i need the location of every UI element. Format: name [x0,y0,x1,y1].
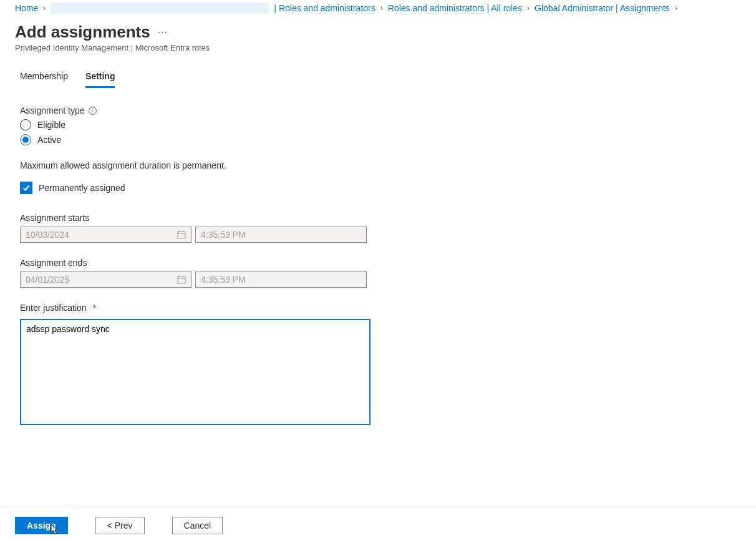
tab-setting[interactable]: Setting [85,67,115,88]
svg-rect-0 [178,232,185,238]
ends-label: Assignment ends [20,258,736,268]
duration-hint: Maximum allowed assignment duration is p… [20,160,736,170]
prev-button[interactable]: < Prev [95,517,145,534]
chevron-right-icon: › [380,4,383,12]
breadcrumb: Home › | Roles and administrators › Role… [0,0,756,17]
assign-button[interactable]: Assign [15,517,68,534]
ends-time-value: 4:35:59 PM [201,275,246,285]
ends-date-value: 04/01/2025 [26,275,69,285]
ends-time-input[interactable]: 4:35:59 PM [195,272,367,288]
info-icon[interactable]: i [89,107,97,115]
form: Assignment type i Eligible Active Maximu… [0,88,756,427]
ends-date-input[interactable]: 04/01/2025 [20,272,191,288]
starts-label: Assignment starts [20,213,736,223]
justification-label: Enter justification * [20,303,736,313]
ends-row: 04/01/2025 4:35:59 PM [20,272,736,288]
assignment-type-text: Assignment type [20,105,85,115]
tab-membership[interactable]: Membership [20,67,68,88]
justification-label-text: Enter justification [20,303,87,313]
radio-icon-checked [20,134,31,145]
tabs: Membership Setting [0,62,756,88]
chevron-right-icon: › [43,4,46,12]
cancel-button[interactable]: Cancel [172,517,223,534]
svg-rect-4 [178,276,185,283]
page-title: Add assignments [15,22,150,42]
more-actions-icon[interactable]: ··· [158,27,168,38]
breadcrumb-global-admin[interactable]: Global Administrator | Assignments [535,3,670,13]
breadcrumb-redacted [51,2,269,14]
permanent-label: Permanently assigned [39,183,125,193]
assignment-type-group: Eligible Active [20,119,736,145]
breadcrumb-home[interactable]: Home [15,3,38,13]
calendar-icon [177,230,186,239]
page-subtitle: Privileged Identity Management | Microso… [0,42,756,62]
calendar-icon [177,275,186,284]
starts-date-input[interactable]: 10/03/2024 [20,227,191,243]
footer-secondary: < Prev Cancel [95,517,223,534]
footer: Assign < Prev Cancel [0,507,756,543]
permanent-checkbox-row[interactable]: Permanently assigned [20,182,736,194]
breadcrumb-roles-admins[interactable]: | Roles and administrators [274,3,375,13]
breadcrumb-all-roles[interactable]: Roles and administrators | All roles [388,3,522,13]
starts-time-input[interactable]: 4:35:59 PM [195,227,367,243]
radio-active-label: Active [37,135,61,145]
radio-eligible-label: Eligible [37,120,65,130]
radio-active[interactable]: Active [20,134,736,145]
starts-time-value: 4:35:59 PM [201,230,246,240]
page-header: Add assignments ··· [0,17,756,42]
starts-row: 10/03/2024 4:35:59 PM [20,227,736,243]
chevron-right-icon: › [527,4,530,12]
assignment-type-label: Assignment type i [20,105,736,115]
starts-date-value: 10/03/2024 [26,230,69,240]
required-indicator: * [93,303,96,313]
checkbox-checked-icon [20,182,32,194]
justification-input[interactable] [20,319,371,425]
radio-icon [20,119,31,130]
chevron-right-icon: › [675,4,677,12]
radio-eligible[interactable]: Eligible [20,119,736,130]
